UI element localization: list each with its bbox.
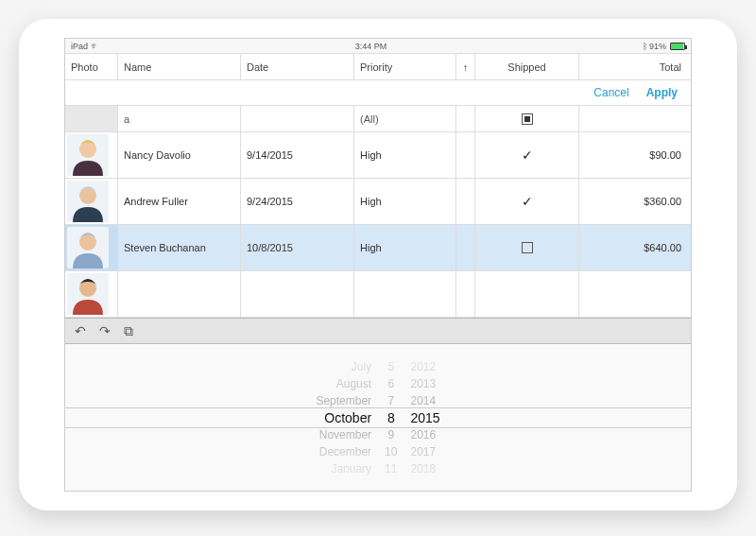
name-cell[interactable]: Nancy Davolio <box>118 132 241 178</box>
filter-row: a (All) <box>65 106 691 132</box>
photo-cell <box>65 132 118 178</box>
table-row[interactable]: Steven Buchanan10/8/2015High$640.00 <box>65 225 691 271</box>
sort-cell <box>456 132 475 178</box>
date-cell[interactable]: 9/14/2015 <box>241 132 354 178</box>
picker-option[interactable]: 10 <box>385 443 397 460</box>
avatar <box>67 181 109 222</box>
picker-option[interactable]: 2018 <box>410 460 436 477</box>
carrier-label: iPad <box>71 42 88 51</box>
total-cell <box>579 271 691 317</box>
unchecked-box-icon <box>522 242 533 253</box>
filter-total-cell <box>579 106 691 131</box>
redo-icon[interactable]: ↷ <box>99 323 111 338</box>
bluetooth-icon: ᛒ <box>643 42 647 51</box>
table-row[interactable]: Nancy Davolio9/14/2015High✓$90.00 <box>65 132 691 179</box>
status-bar: iPad ᯤ 3:44 PM ᛒ 91% <box>65 39 691 54</box>
photo-cell <box>65 271 118 317</box>
total-cell: $640.00 <box>579 225 691 270</box>
filter-sort-cell <box>456 106 475 131</box>
picker-option[interactable]: 2013 <box>410 375 436 392</box>
filter-photo-cell <box>65 106 118 131</box>
picker-option[interactable]: August <box>336 375 371 392</box>
tablet-frame: iPad ᯤ 3:44 PM ᛒ 91% Photo Name Date Pri… <box>19 19 737 510</box>
table-row[interactable]: Andrew Fuller9/24/2015High✓$360.00 <box>65 179 691 225</box>
checkmark-icon: ✓ <box>522 147 533 163</box>
total-cell: $90.00 <box>579 132 691 178</box>
picker-option[interactable]: July <box>352 358 371 375</box>
avatar <box>67 227 109 268</box>
name-cell[interactable]: Andrew Fuller <box>118 179 241 224</box>
apply-button[interactable]: Apply <box>646 86 678 99</box>
filter-priority-select[interactable]: (All) <box>354 106 456 131</box>
cancel-button[interactable]: Cancel <box>593 86 628 99</box>
undo-icon[interactable]: ↶ <box>75 323 86 338</box>
picker-option[interactable]: November <box>319 426 371 443</box>
total-cell: $360.00 <box>579 179 691 224</box>
col-header-priority[interactable]: Priority <box>354 54 456 79</box>
name-cell[interactable]: Steven Buchanan <box>118 225 241 270</box>
picker-option[interactable]: December <box>319 443 371 460</box>
clock: 3:44 PM <box>99 42 643 51</box>
filter-shipped-checkbox[interactable] <box>475 106 579 131</box>
picker-option[interactable]: 11 <box>385 460 397 477</box>
picker-option[interactable]: 2016 <box>410 426 436 443</box>
col-header-shipped[interactable]: Shipped <box>475 54 579 79</box>
date-cell[interactable]: 10/8/2015 <box>241 225 354 270</box>
picker-option[interactable]: 2017 <box>410 443 436 460</box>
priority-cell[interactable]: High <box>354 132 456 178</box>
wifi-icon: ᯤ <box>91 42 99 51</box>
sort-cell <box>456 271 475 317</box>
shipped-cell[interactable] <box>475 225 579 270</box>
avatar <box>67 273 109 315</box>
copy-icon[interactable]: ⧉ <box>124 323 133 339</box>
col-header-name[interactable]: Name <box>118 54 241 79</box>
priority-cell[interactable]: High <box>354 179 456 224</box>
picker-toolbar: ↶ ↷ ⧉ <box>65 318 691 344</box>
picker-option[interactable]: 6 <box>387 375 394 392</box>
picker-option[interactable]: 2012 <box>410 358 436 375</box>
col-header-date[interactable]: Date <box>241 54 354 79</box>
app-screen: iPad ᯤ 3:44 PM ᛒ 91% Photo Name Date Pri… <box>64 38 692 492</box>
photo-cell <box>65 225 118 270</box>
avatar <box>67 134 109 176</box>
date-picker[interactable]: JulyAugustSeptemberOctoberNovemberDecemb… <box>65 344 691 491</box>
sort-cell <box>456 225 475 270</box>
indeterminate-check-icon <box>522 113 533 125</box>
battery-percent: 91% <box>649 42 666 51</box>
picker-option[interactable]: 9 <box>387 426 394 443</box>
table-row[interactable] <box>65 271 691 318</box>
shipped-cell[interactable]: ✓ <box>475 179 579 224</box>
shipped-cell[interactable] <box>475 271 579 317</box>
name-cell[interactable] <box>118 271 241 317</box>
col-header-total[interactable]: Total <box>579 54 691 79</box>
priority-cell[interactable] <box>354 271 456 317</box>
column-header-row: Photo Name Date Priority ↑ Shipped Total <box>65 54 691 80</box>
battery-icon <box>670 43 685 50</box>
shipped-cell[interactable]: ✓ <box>475 132 579 178</box>
date-cell[interactable]: 9/24/2015 <box>241 179 354 224</box>
data-grid: Photo Name Date Priority ↑ Shipped Total… <box>65 54 691 491</box>
photo-cell <box>65 179 118 224</box>
col-header-photo[interactable]: Photo <box>65 54 118 79</box>
date-cell[interactable] <box>241 271 354 317</box>
checkmark-icon: ✓ <box>522 194 533 209</box>
priority-cell[interactable]: High <box>354 225 456 270</box>
action-row: Cancel Apply <box>65 80 691 106</box>
sort-indicator-icon[interactable]: ↑ <box>456 54 475 79</box>
filter-name-input[interactable]: a <box>118 106 241 131</box>
picker-option[interactable]: January <box>331 460 371 477</box>
filter-date-input[interactable] <box>241 106 354 131</box>
picker-option[interactable]: 5 <box>387 358 394 375</box>
sort-cell <box>456 179 475 224</box>
